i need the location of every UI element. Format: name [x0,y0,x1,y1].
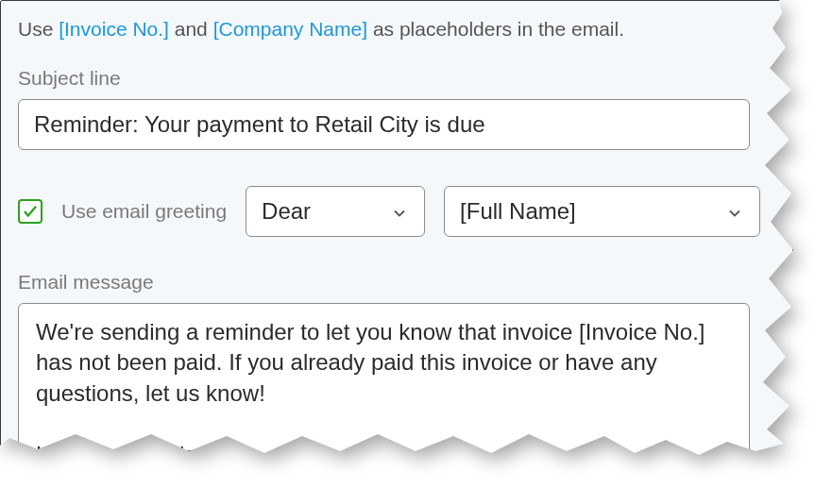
help-prefix: Use [18,18,59,40]
checkmark-icon [22,203,39,220]
email-message-label: Email message [18,271,770,294]
email-message-textarea[interactable]: We're sending a reminder to let you know… [18,303,750,484]
help-mid: and [169,18,213,40]
use-email-greeting-label: Use email greeting [61,200,227,223]
chevron-down-icon [725,202,744,221]
reminder-email-settings-panel: Use [Invoice No.] and [Company Name] as … [0,0,793,504]
help-suffix: as placeholders in the email. [367,18,624,40]
subject-line-label: Subject line [18,67,770,90]
help-token-invoice: [Invoice No.] [59,18,169,40]
use-email-greeting-checkbox[interactable] [18,199,42,224]
salutation-value: Dear [262,198,311,225]
help-token-company: [Company Name] [213,18,367,40]
chevron-down-icon [390,202,409,221]
greeting-row: Use email greeting Dear [Full Name] [18,186,770,237]
placeholder-help-text: Use [Invoice No.] and [Company Name] as … [18,18,770,41]
subject-line-input[interactable] [18,99,750,150]
recipient-name-value: [Full Name] [460,198,576,225]
recipient-name-select[interactable]: [Full Name] [444,186,760,237]
salutation-select[interactable]: Dear [246,186,425,237]
